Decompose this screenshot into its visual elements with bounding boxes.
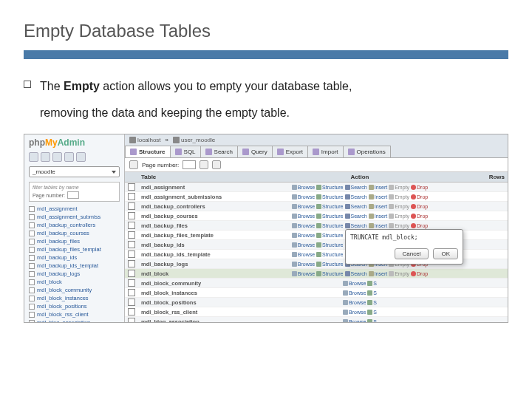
sidebar-table-link[interactable]: mdl_backup_logs <box>27 270 121 278</box>
structure-action[interactable]: Structure <box>316 223 343 228</box>
search-action[interactable]: Search <box>345 271 367 276</box>
tab-query[interactable]: Query <box>237 146 273 157</box>
sidebar-table-link[interactable]: mdl_backup_files <box>27 237 121 245</box>
search-action[interactable]: Search <box>345 223 367 228</box>
browse-action[interactable]: Browse <box>292 252 315 257</box>
browse-action[interactable]: Browse <box>292 242 315 248</box>
row-table-name[interactable]: mdl_block_positions <box>138 298 242 307</box>
sidebar-table-link[interactable]: mdl_assignment_submiss <box>27 213 121 221</box>
sidebar-table-link[interactable]: mdl_assignment <box>27 205 121 213</box>
sidebar-table-link[interactable]: mdl_block_community <box>27 286 121 294</box>
row-checkbox[interactable] <box>128 270 135 277</box>
page-last-button[interactable] <box>212 160 221 169</box>
row-checkbox[interactable] <box>128 193 135 200</box>
empty-action[interactable]: Empty <box>389 271 409 276</box>
row-checkbox[interactable] <box>128 183 135 191</box>
row-table-name[interactable]: mdl_blog_association <box>138 317 242 324</box>
row-table-name[interactable]: mdl_block_instances <box>138 288 242 298</box>
browse-action[interactable]: Browse <box>292 262 315 267</box>
structure-action[interactable]: Structure <box>316 194 343 200</box>
browse-action[interactable]: Browse <box>292 185 315 190</box>
drop-action[interactable]: Drop <box>411 194 428 200</box>
drop-action[interactable]: Drop <box>411 185 428 190</box>
row-table-name[interactable]: mdl_block_rss_client <box>138 307 242 317</box>
row-checkbox[interactable] <box>128 308 135 316</box>
drop-action[interactable]: Drop <box>411 204 428 209</box>
sidebar-table-link[interactable]: mdl_backup_controllers <box>27 221 121 229</box>
row-checkbox[interactable] <box>128 241 135 248</box>
tab-export[interactable]: Export <box>272 146 308 157</box>
empty-action[interactable]: Empty <box>389 214 409 219</box>
row-table-name[interactable]: mdl_backup_logs <box>138 259 242 269</box>
insert-action[interactable]: Insert <box>369 194 388 200</box>
sidebar-table-link[interactable]: mdl_backup_ids <box>27 253 121 262</box>
sidebar-table-link[interactable]: mdl_backup_ids_templat <box>27 262 121 270</box>
filter-pagenum-input[interactable] <box>67 191 79 199</box>
cancel-button[interactable]: Cancel <box>395 248 429 259</box>
structure-action[interactable]: Structure <box>316 214 343 219</box>
row-checkbox[interactable] <box>128 231 135 239</box>
row-checkbox[interactable] <box>128 250 135 258</box>
sql-icon[interactable] <box>52 152 62 162</box>
row-checkbox[interactable] <box>128 260 135 267</box>
insert-action[interactable]: Insert <box>369 223 388 228</box>
structure-action[interactable]: Structure <box>316 271 343 276</box>
browse-action[interactable]: Browse <box>343 310 366 315</box>
browse-action[interactable]: Browse <box>292 271 315 276</box>
database-selector[interactable]: _moodle <box>29 166 120 177</box>
insert-action[interactable]: Insert <box>369 271 388 276</box>
tab-import[interactable]: Import <box>307 146 344 157</box>
search-action[interactable]: Search <box>345 214 367 219</box>
tab-operations[interactable]: Operations <box>343 146 391 157</box>
filter-input[interactable]: filter tables by name <box>33 185 116 190</box>
docs-icon[interactable] <box>64 152 74 162</box>
tab-structure[interactable]: Structure <box>125 146 171 157</box>
logout-icon[interactable] <box>41 152 50 162</box>
row-table-name[interactable]: mdl_assignment_submissions <box>138 192 242 202</box>
sidebar-table-link[interactable]: mdl_blog_association <box>27 318 121 322</box>
browse-action[interactable]: Browse <box>292 223 315 228</box>
structure-action[interactable]: Structure <box>316 242 343 248</box>
tab-search[interactable]: Search <box>200 146 238 157</box>
structure-action[interactable]: Structure <box>316 252 343 257</box>
sidebar-table-link[interactable]: mdl_block_instances <box>27 294 121 302</box>
row-table-name[interactable]: mdl_backup_controllers <box>138 202 242 211</box>
row-table-name[interactable]: mdl_backup_ids <box>138 240 242 250</box>
empty-action[interactable]: Empty <box>389 185 409 190</box>
search-action[interactable]: Search <box>345 194 367 200</box>
drop-action[interactable]: Drop <box>411 214 428 219</box>
row-checkbox[interactable] <box>128 202 135 210</box>
empty-action[interactable]: Empty <box>389 223 409 228</box>
row-table-name[interactable]: mdl_backup_ids_template <box>138 250 242 259</box>
crumb-db[interactable]: user_moodle <box>173 137 215 143</box>
tab-sql[interactable]: SQL <box>170 146 201 157</box>
page-number-input[interactable] <box>183 160 196 169</box>
page-next-button[interactable] <box>200 160 208 169</box>
structure-action[interactable]: Structure <box>316 262 343 267</box>
row-checkbox[interactable] <box>128 318 135 323</box>
row-checkbox[interactable] <box>128 289 135 296</box>
home-icon[interactable] <box>29 152 38 162</box>
row-table-name[interactable]: mdl_backup_courses <box>138 211 242 221</box>
browse-action[interactable]: Browse <box>343 300 366 305</box>
empty-action[interactable]: Empty <box>389 204 409 209</box>
page-first-button[interactable] <box>129 160 138 169</box>
row-table-name[interactable]: mdl_backup_files <box>138 221 242 231</box>
drop-action[interactable]: Drop <box>411 271 428 276</box>
browse-action[interactable]: Browse <box>292 194 315 200</box>
structure-action[interactable]: S <box>367 319 377 324</box>
row-table-name[interactable]: mdl_assignment <box>138 183 242 192</box>
row-table-name[interactable]: mdl_block <box>138 269 242 279</box>
ok-button[interactable]: OK <box>433 248 458 259</box>
browse-action[interactable]: Browse <box>292 204 315 209</box>
sidebar-table-link[interactable]: mdl_block_positions <box>27 302 121 310</box>
sidebar-table-link[interactable]: mdl_block <box>27 278 121 286</box>
drop-action[interactable]: Drop <box>411 223 428 228</box>
crumb-server[interactable]: localhost <box>129 137 161 143</box>
row-table-name[interactable]: mdl_backup_files_template <box>138 231 242 240</box>
insert-action[interactable]: Insert <box>369 204 388 209</box>
row-checkbox[interactable] <box>128 279 135 287</box>
search-action[interactable]: Search <box>345 204 367 209</box>
browse-action[interactable]: Browse <box>343 290 366 296</box>
insert-action[interactable]: Insert <box>369 185 388 190</box>
